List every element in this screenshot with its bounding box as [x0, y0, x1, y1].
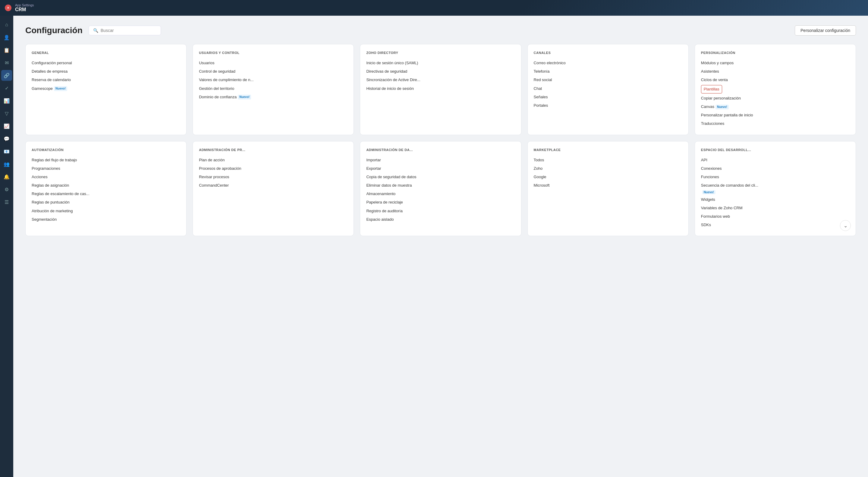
card-link-automatizacion-0[interactable]: Reglas del flujo de trabajo [32, 156, 180, 164]
card-link-automatizacion-1[interactable]: Programaciones [32, 164, 180, 173]
card-link-admin-procesos-2[interactable]: Revisar procesos [199, 173, 347, 181]
sidebar-analytics-icon[interactable]: 📈 [1, 121, 12, 131]
card-link-admin-datos-7[interactable]: Espacio aislado [366, 215, 515, 224]
card-title-developer: ESPACIO DEL DESARROLL... [701, 148, 849, 152]
card-link-admin-procesos-3[interactable]: CommandCenter [199, 181, 347, 190]
card-link-marketplace-2[interactable]: Google [534, 173, 682, 181]
card-link-automatizacion-5[interactable]: Reglas de puntuación [32, 198, 180, 207]
card-title-personalizacion: PERSONALIZACIÓN [701, 51, 849, 55]
card-link-automatizacion-6[interactable]: Atribución de marketing [32, 207, 180, 215]
sidebar-tasks-icon[interactable]: ✓ [1, 83, 12, 93]
card-link-general-2[interactable]: Reserva de calendario [32, 76, 180, 84]
card-link-admin-datos-4[interactable]: Almacenamiento [366, 190, 515, 198]
card-link-developer-8[interactable]: SDKs [701, 221, 849, 229]
card-title-admin-datos: ADMINISTRACIÓN DE DA... [366, 148, 515, 152]
card-link-automatizacion-7[interactable]: Segmentación [32, 215, 180, 224]
card-personalizacion: PERSONALIZACIÓNMódulos y camposAsistente… [695, 44, 856, 135]
sidebar-bell-icon[interactable]: 🔔 [1, 171, 12, 182]
card-link-personalizacion-0[interactable]: Módulos y campos [701, 59, 849, 67]
card-link-personalizacion-6[interactable]: Personalizar pantalla de inicio [701, 111, 849, 119]
card-link-canales-0[interactable]: Correo electrónico [534, 59, 682, 67]
card-link-canales-1[interactable]: Telefonía [534, 67, 682, 76]
card-link-personalizacion-2[interactable]: Ciclos de venta [701, 76, 849, 84]
search-input[interactable] [101, 28, 156, 33]
card-link-developer-5[interactable]: Widgets [701, 196, 849, 204]
card-link-admin-procesos-1[interactable]: Procesos de aprobación [199, 164, 347, 173]
sidebar-chat-icon[interactable]: 💬 [1, 133, 12, 144]
sidebar-menu-icon[interactable]: ☰ [1, 197, 12, 207]
card-link-personalizacion-3[interactable]: Plantillas [701, 85, 722, 93]
sidebar-team-icon[interactable]: 👥 [1, 158, 12, 170]
sidebar-mail-icon[interactable]: 📧 [1, 146, 12, 157]
card-link-admin-datos-0[interactable]: Importar [366, 156, 515, 164]
card-automatizacion: AUTOMATIZACIÓNReglas del flujo de trabaj… [25, 141, 187, 236]
card-link-usuarios-control-1[interactable]: Control de seguridad [199, 67, 347, 76]
card-link-marketplace-0[interactable]: Todos [534, 156, 682, 164]
card-link-personalizacion-1[interactable]: Asistentes [701, 67, 849, 76]
sidebar-contacts-icon[interactable]: 👤 [1, 32, 12, 43]
card-link-admin-procesos-0[interactable]: Plan de acción [199, 156, 347, 164]
card-link-zoho-directory-1[interactable]: Directivas de seguridad [366, 67, 515, 76]
card-link-canales-2[interactable]: Red social [534, 76, 682, 84]
card-link-developer-2[interactable]: Funciones [701, 173, 849, 181]
sidebar-link-icon[interactable]: 🔗 [1, 70, 12, 81]
card-link-usuarios-control-0[interactable]: Usuarios [199, 59, 347, 67]
customize-button[interactable]: Personalizar configuración [795, 25, 856, 36]
card-link-canales-4[interactable]: Señales [534, 93, 682, 101]
card-link-admin-datos-3[interactable]: Eliminar datos de muestra [366, 181, 515, 190]
card-link-general-3[interactable]: GamescopeNuevo! [32, 84, 180, 93]
card-link-marketplace-3[interactable]: Microsoft [534, 181, 682, 190]
card-title-canales: CANALES [534, 51, 682, 55]
sidebar-reports-icon[interactable]: 📊 [1, 95, 12, 106]
card-link-developer-1[interactable]: Conexiones [701, 164, 849, 173]
card-title-marketplace: MARKETPLACE [534, 148, 682, 152]
search-box[interactable]: 🔍 [89, 26, 161, 35]
card-admin-datos: ADMINISTRACIÓN DE DA...ImportarExportarC… [360, 141, 521, 236]
sidebar-deals-icon[interactable]: 📋 [1, 44, 12, 56]
card-link-zoho-directory-3[interactable]: Historial de inicio de sesión [366, 84, 515, 93]
card-link-marketplace-1[interactable]: Zoho [534, 164, 682, 173]
card-link-personalizacion-7[interactable]: Traducciones [701, 119, 849, 128]
close-button[interactable]: × [5, 4, 11, 11]
card-link-admin-datos-2[interactable]: Copia de seguridad de datos [366, 173, 515, 181]
card-title-admin-procesos: ADMINISTRACIÓN DE PR... [199, 148, 347, 152]
card-link-personalizacion-4[interactable]: Copiar personalización [701, 94, 849, 102]
card-link-zoho-directory-2[interactable]: Sincronización de Active Dire... [366, 76, 515, 84]
cards-grid: GENERALConfiguración personalDetalles de… [25, 44, 856, 236]
sidebar-home-icon[interactable]: ⌂ [1, 19, 12, 30]
main-content: Configuración 🔍 Personalizar configuraci… [13, 16, 868, 477]
card-link-personalizacion-5[interactable]: CanvasNuevo! [701, 102, 849, 111]
card-link-developer-6[interactable]: Variables de Zoho CRM [701, 204, 849, 212]
card-title-automatizacion: AUTOMATIZACIÓN [32, 148, 180, 152]
scroll-down-button[interactable]: ⌄ [840, 220, 851, 231]
card-link-admin-datos-5[interactable]: Papelera de reciclaje [366, 198, 515, 207]
card-link-general-0[interactable]: Configuración personal [32, 59, 180, 67]
header-left: Configuración 🔍 [25, 26, 161, 35]
card-link-general-1[interactable]: Detalles de empresa [32, 67, 180, 76]
card-link-admin-datos-6[interactable]: Registro de auditoría [366, 207, 515, 215]
sidebar-filter-icon[interactable]: ▽ [1, 108, 12, 119]
badge-new-personalizacion-5: Nuevo! [715, 105, 729, 110]
card-link-developer-7[interactable]: Formularios web [701, 212, 849, 221]
card-marketplace: MARKETPLACETodosZohoGoogleMicrosoft [527, 141, 689, 236]
layout: ⌂ 👤 📋 ✉ 🔗 ✓ 📊 ▽ 📈 💬 📧 👥 🔔 ⚙ ☰ Configurac… [0, 16, 868, 477]
sidebar-settings-icon[interactable]: ⚙ [1, 184, 12, 195]
sidebar: ⌂ 👤 📋 ✉ 🔗 ✓ 📊 ▽ 📈 💬 📧 👥 🔔 ⚙ ☰ [0, 16, 13, 477]
card-link-admin-datos-1[interactable]: Exportar [366, 164, 515, 173]
card-link-usuarios-control-4[interactable]: Dominio de confianzaNuevo! [199, 93, 347, 101]
app-subtitle: App Settings [15, 3, 34, 7]
card-link-canales-5[interactable]: Portales [534, 101, 682, 110]
header-row: Configuración 🔍 Personalizar configuraci… [25, 25, 856, 36]
card-link-automatizacion-2[interactable]: Acciones [32, 173, 180, 181]
app-title: CRM [15, 7, 34, 12]
card-link-canales-3[interactable]: Chat [534, 84, 682, 93]
card-link-automatizacion-4[interactable]: Reglas de escalamiento de cas... [32, 190, 180, 198]
card-link-usuarios-control-2[interactable]: Valores de cumplimiento de n... [199, 76, 347, 84]
card-link-developer-0[interactable]: API [701, 156, 849, 164]
card-link-zoho-directory-0[interactable]: Inicio de sesión único (SAML) [366, 59, 515, 67]
card-link-usuarios-control-3[interactable]: Gestión del territorio [199, 84, 347, 93]
card-link-developer-3[interactable]: Secuencia de comandos del cli... [701, 181, 849, 190]
card-canales: CANALESCorreo electrónicoTelefoníaRed so… [527, 44, 689, 135]
card-link-automatizacion-3[interactable]: Reglas de asignación [32, 181, 180, 190]
sidebar-email-icon[interactable]: ✉ [1, 57, 12, 68]
